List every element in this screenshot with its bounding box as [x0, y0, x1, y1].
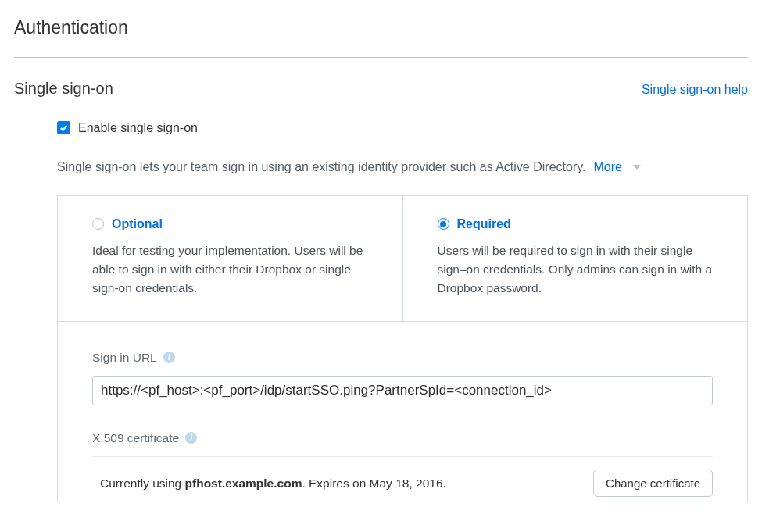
- page-title: Authentication: [14, 14, 748, 57]
- radio-optional[interactable]: [92, 218, 104, 230]
- cert-status-text: Currently using pfhost.example.com. Expi…: [100, 474, 446, 492]
- sso-options-panel: Optional Ideal for testing your implemen…: [57, 195, 748, 503]
- more-link[interactable]: More: [593, 158, 621, 177]
- section-divider: [14, 57, 748, 58]
- sso-description: Single sign-on lets your team sign in us…: [57, 158, 585, 177]
- section-title: Single sign-on: [14, 77, 113, 100]
- cert-divider: [92, 456, 713, 457]
- info-icon[interactable]: i: [163, 352, 175, 363]
- sso-help-link[interactable]: Single sign-on help: [642, 80, 748, 99]
- change-certificate-button[interactable]: Change certificate: [593, 470, 713, 497]
- signin-url-label: Sign in URL: [92, 348, 157, 366]
- enable-sso-label: Enable single sign-on: [78, 119, 198, 137]
- info-icon[interactable]: i: [185, 432, 197, 444]
- option-desc-required: Users will be required to sign in with t…: [438, 241, 720, 298]
- option-title-optional: Optional: [112, 215, 163, 234]
- option-card-optional[interactable]: Optional Ideal for testing your implemen…: [58, 196, 403, 321]
- chevron-down-icon[interactable]: [633, 165, 641, 170]
- option-desc-optional: Ideal for testing your implementation. U…: [92, 241, 374, 298]
- enable-sso-checkbox[interactable]: [57, 121, 70, 134]
- option-card-required[interactable]: Required Users will be required to sign …: [403, 196, 748, 321]
- signin-url-input[interactable]: [92, 376, 713, 405]
- option-title-required: Required: [457, 215, 511, 234]
- check-icon: [59, 123, 68, 132]
- radio-required[interactable]: [438, 218, 449, 230]
- cert-label: X.509 certificate: [92, 429, 179, 447]
